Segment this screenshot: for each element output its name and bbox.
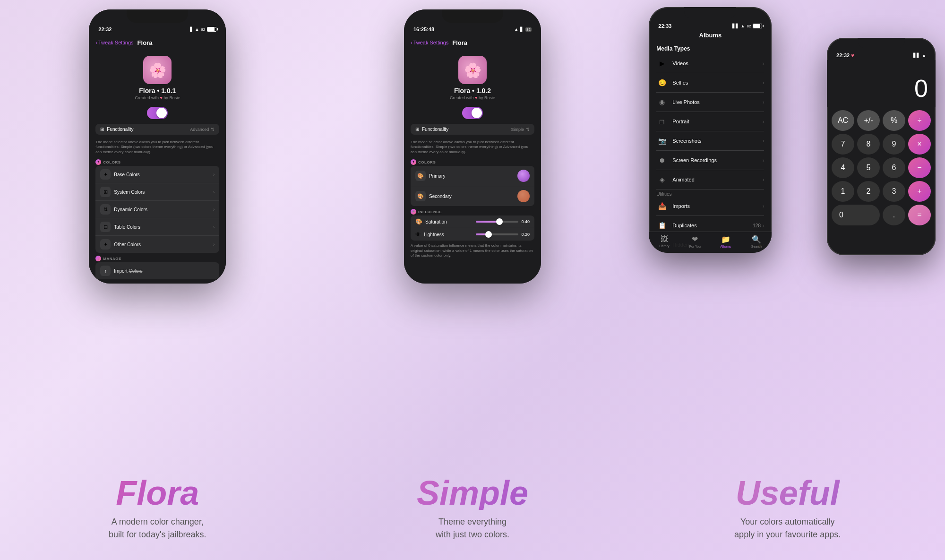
- color-item-system[interactable]: ⊞ System Colors ›: [95, 183, 219, 201]
- functionality-label-1: ⊞ Functionality: [100, 127, 133, 132]
- calc-signal: ▋▋: [913, 53, 920, 58]
- color-menu-group-1: ✦ Base Colors › ⊞ System Colors ›: [95, 166, 219, 253]
- calc-btn-7[interactable]: 7: [832, 134, 854, 155]
- calc-btn-3[interactable]: 3: [883, 181, 905, 202]
- tab-library[interactable]: 🖼 Library: [649, 235, 679, 248]
- calc-btn-add[interactable]: +: [908, 181, 931, 202]
- main-toggle-1[interactable]: [147, 107, 168, 119]
- app-subtitle-2: Created with ♥ by Rosie: [450, 95, 495, 100]
- wifi-icon: ▲: [195, 27, 199, 32]
- saturation-track[interactable]: [476, 221, 518, 223]
- main-toggle-2[interactable]: [462, 107, 483, 119]
- nav-bar-1: ‹ Tweak Settings Flora: [89, 34, 226, 51]
- base-label: Base Colors: [114, 172, 139, 177]
- desc-text-2: The mode selector above allows you to pi…: [404, 137, 541, 157]
- nav-bar-2: ‹ Tweak Settings Flora: [404, 34, 541, 51]
- lightness-track[interactable]: [476, 233, 518, 235]
- duplicates-count: 128: [753, 223, 761, 228]
- status-time-2: 16:25:48: [413, 26, 434, 32]
- calc-btn-percent[interactable]: %: [883, 110, 905, 131]
- base-icon: ✦: [100, 169, 111, 180]
- albums-icon: 📁: [721, 235, 730, 244]
- photos-row-portrait[interactable]: ◻ Portrait ›: [656, 112, 764, 131]
- calc-btn-subtract[interactable]: −: [908, 157, 931, 178]
- simple-label: Simple: [315, 476, 630, 510]
- nav-back-2[interactable]: ‹ Tweak Settings: [411, 40, 448, 45]
- func-icon-1: ⊞: [100, 127, 104, 132]
- color-item-table[interactable]: ⊟ Table Colors ›: [95, 218, 219, 236]
- calc-btn-decimal[interactable]: .: [883, 205, 905, 225]
- calc-btn-plusminus[interactable]: +/-: [857, 110, 880, 131]
- tab-albums[interactable]: 📁 Albums: [710, 235, 741, 248]
- videos-icon: ▶: [656, 58, 668, 69]
- tab-search[interactable]: 🔍 Search: [741, 235, 772, 248]
- tab-foryou[interactable]: ❤ For You: [679, 235, 710, 248]
- functionality-row-2[interactable]: ⊞ Functionality Simple ⇅: [411, 124, 534, 135]
- app-icon-1: 🌸: [143, 56, 172, 84]
- calc-btn-equals[interactable]: =: [908, 205, 931, 225]
- functionality-row-1[interactable]: ⊞ Functionality Advanced ⇅: [95, 124, 219, 135]
- color-item-base[interactable]: ✦ Base Colors ›: [95, 166, 219, 183]
- import-row-1[interactable]: ↑ Import Colors: [95, 262, 219, 279]
- calc-status-bar: 22:32 ♥ ▋▋ ▲: [827, 50, 936, 60]
- saturation-thumb[interactable]: [496, 218, 503, 225]
- system-icon: ⊞: [100, 187, 111, 197]
- status-time-1: 22:32: [98, 26, 112, 32]
- calc-btn-0[interactable]: 0: [832, 205, 880, 225]
- calc-btn-ac[interactable]: AC: [832, 110, 854, 131]
- calc-buttons: AC +/- % ÷ 7 8 9 × 4 5 6 − 1 2 3 + 0 . =: [827, 107, 936, 228]
- photos-signal: ▋▋: [732, 24, 739, 28]
- portrait-chevron: ›: [763, 119, 764, 124]
- calc-btn-9[interactable]: 9: [883, 134, 905, 155]
- saturation-control: 0.40: [476, 219, 530, 224]
- calc-btn-8[interactable]: 8: [857, 134, 880, 155]
- nav-back-1[interactable]: ‹ Tweak Settings: [95, 40, 133, 45]
- calc-btn-1[interactable]: 1: [832, 181, 854, 202]
- calc-btn-2[interactable]: 2: [857, 181, 880, 202]
- secondary-row[interactable]: 🎨 Secondary: [411, 186, 534, 206]
- colors-header-1: ✦ COLORS: [89, 157, 226, 166]
- functionality-label-2: ⊞ Functionality: [415, 127, 448, 132]
- duplicates-chevron: ›: [763, 223, 764, 228]
- desc-text-1: The mode selector above allows you to pi…: [89, 137, 226, 157]
- phone-simple: 16:25:48 ▲ ▋ 82 ‹ Tweak Settings Flora 🌸: [404, 9, 541, 284]
- library-label: Library: [659, 244, 669, 248]
- calc-display: 0: [827, 60, 936, 107]
- primary-row[interactable]: 🎨 Primary: [411, 166, 534, 186]
- photos-title: Albums: [699, 32, 722, 39]
- col1-labels: Flora A modern color changer, built for …: [0, 476, 315, 560]
- influence-desc: A value of 0 saturation influence means …: [404, 241, 541, 261]
- photos-row-live[interactable]: ◉ Live Photos ›: [656, 93, 764, 112]
- photos-row-screenshots[interactable]: 📷 Screenshots ›: [656, 131, 764, 151]
- calc-btn-5[interactable]: 5: [857, 157, 880, 178]
- other-label: Other Colors: [114, 242, 141, 247]
- imports-chevron: ›: [763, 204, 764, 209]
- color-item-dynamic[interactable]: ⇅ Dynamic Colors ›: [95, 201, 219, 218]
- photos-row-selfies[interactable]: 😊 Selfies ›: [656, 73, 764, 93]
- photos-row-videos[interactable]: ▶ Videos ›: [656, 54, 764, 73]
- color-item-dynamic-left: ⇅ Dynamic Colors: [100, 204, 147, 215]
- calc-btn-4[interactable]: 4: [832, 157, 854, 178]
- albums-label: Albums: [720, 245, 731, 248]
- primary-left: 🎨 Primary: [415, 171, 445, 181]
- photos-wifi: ▲: [741, 24, 745, 28]
- color-item-other[interactable]: ✦ Other Colors ›: [95, 236, 219, 253]
- duplicates-icon: 📋: [656, 220, 668, 231]
- lightness-label: Lightness: [424, 232, 444, 237]
- photos-status-bar: 22:33 ▋▋ ▲ 82: [649, 20, 772, 31]
- recordings-icon: ⏺: [656, 155, 668, 166]
- lightness-thumb[interactable]: [485, 231, 492, 238]
- photos-row-recordings[interactable]: ⏺ Screen Recordings ›: [656, 151, 764, 170]
- status-icons-1: ▋ ▲ 82: [190, 27, 217, 32]
- calc-btn-divide[interactable]: ÷: [908, 110, 931, 131]
- dynamic-label: Dynamic Colors: [114, 207, 147, 212]
- calc-btn-multiply[interactable]: ×: [908, 134, 931, 155]
- saturation-label: Saturation: [425, 219, 447, 224]
- calc-btn-6[interactable]: 6: [883, 157, 905, 178]
- animated-chevron: ›: [763, 177, 764, 182]
- calc-phone: 22:32 ♥ ▋▋ ▲ 0 AC +/- % ÷ 7 8 9 × 4: [827, 38, 936, 255]
- system-chevron: ›: [213, 190, 215, 195]
- influence-label: INFLUENCE: [418, 210, 442, 214]
- photos-row-animated[interactable]: ◈ Animated ›: [656, 170, 764, 190]
- photos-row-imports[interactable]: 📥 Imports ›: [656, 197, 764, 216]
